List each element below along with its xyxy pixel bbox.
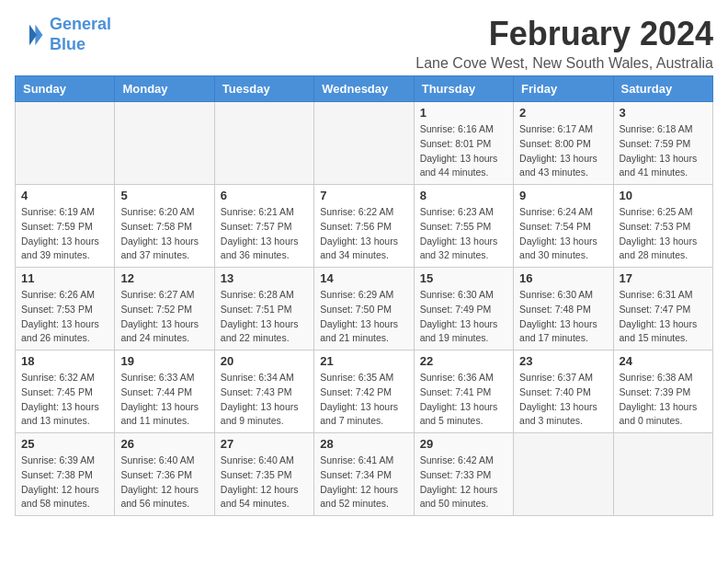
day-info: Sunrise: 6:22 AM Sunset: 7:56 PM Dayligh… — [320, 205, 407, 263]
calendar-cell: 16Sunrise: 6:30 AM Sunset: 7:48 PM Dayli… — [514, 268, 613, 350]
logo: General Blue — [15, 15, 111, 54]
week-row-1: 1Sunrise: 6:16 AM Sunset: 8:01 PM Daylig… — [16, 102, 713, 185]
calendar-cell: 14Sunrise: 6:29 AM Sunset: 7:50 PM Dayli… — [314, 268, 414, 350]
weekday-header-row: SundayMondayTuesdayWednesdayThursdayFrid… — [16, 76, 713, 102]
calendar-cell: 13Sunrise: 6:28 AM Sunset: 7:51 PM Dayli… — [214, 268, 313, 350]
calendar-table: SundayMondayTuesdayWednesdayThursdayFrid… — [15, 75, 713, 516]
day-info: Sunrise: 6:16 AM Sunset: 8:01 PM Dayligh… — [420, 122, 507, 180]
calendar-cell: 18Sunrise: 6:32 AM Sunset: 7:45 PM Dayli… — [16, 350, 115, 433]
logo-text: General Blue — [50, 15, 111, 54]
day-info: Sunrise: 6:25 AM Sunset: 7:53 PM Dayligh… — [620, 205, 707, 263]
week-row-3: 11Sunrise: 6:26 AM Sunset: 7:53 PM Dayli… — [16, 268, 713, 350]
calendar-cell: 10Sunrise: 6:25 AM Sunset: 7:53 PM Dayli… — [613, 185, 712, 268]
calendar-cell — [214, 102, 313, 185]
day-number: 23 — [519, 354, 607, 368]
day-info: Sunrise: 6:31 AM Sunset: 7:47 PM Dayligh… — [620, 288, 707, 346]
calendar-cell: 21Sunrise: 6:35 AM Sunset: 7:42 PM Dayli… — [314, 350, 414, 433]
day-number: 3 — [620, 106, 707, 120]
day-number: 1 — [420, 106, 507, 120]
calendar-cell: 6Sunrise: 6:21 AM Sunset: 7:57 PM Daylig… — [214, 185, 313, 268]
day-number: 28 — [320, 437, 407, 451]
logo-line1: General — [50, 15, 111, 33]
day-info: Sunrise: 6:35 AM Sunset: 7:42 PM Dayligh… — [320, 371, 407, 429]
week-row-5: 25Sunrise: 6:39 AM Sunset: 7:38 PM Dayli… — [16, 433, 713, 516]
day-info: Sunrise: 6:41 AM Sunset: 7:34 PM Dayligh… — [320, 454, 407, 511]
calendar-cell: 9Sunrise: 6:24 AM Sunset: 7:54 PM Daylig… — [514, 185, 613, 268]
day-info: Sunrise: 6:39 AM Sunset: 7:38 PM Dayligh… — [21, 454, 108, 511]
day-number: 26 — [120, 437, 208, 451]
day-number: 8 — [420, 189, 507, 202]
day-number: 24 — [620, 354, 707, 368]
day-info: Sunrise: 6:20 AM Sunset: 7:58 PM Dayligh… — [120, 205, 208, 263]
day-info: Sunrise: 6:30 AM Sunset: 7:48 PM Dayligh… — [519, 288, 607, 346]
day-info: Sunrise: 6:30 AM Sunset: 7:49 PM Dayligh… — [420, 288, 507, 346]
day-number: 7 — [320, 189, 407, 202]
day-number: 22 — [420, 354, 507, 368]
day-info: Sunrise: 6:18 AM Sunset: 7:59 PM Dayligh… — [620, 122, 707, 180]
day-number: 17 — [620, 271, 707, 285]
day-number: 15 — [420, 271, 507, 285]
weekday-header-thursday: Thursday — [414, 76, 513, 102]
page-header: General Blue February 2024 Lane Cove Wes… — [15, 15, 713, 72]
day-number: 13 — [221, 271, 308, 285]
weekday-header-wednesday: Wednesday — [314, 76, 414, 102]
day-info: Sunrise: 6:40 AM Sunset: 7:36 PM Dayligh… — [120, 454, 208, 511]
calendar-cell: 19Sunrise: 6:33 AM Sunset: 7:44 PM Dayli… — [115, 350, 214, 433]
day-info: Sunrise: 6:29 AM Sunset: 7:50 PM Dayligh… — [320, 288, 407, 346]
day-info: Sunrise: 6:19 AM Sunset: 7:59 PM Dayligh… — [21, 205, 108, 263]
day-info: Sunrise: 6:27 AM Sunset: 7:52 PM Dayligh… — [120, 288, 208, 346]
calendar-cell: 12Sunrise: 6:27 AM Sunset: 7:52 PM Dayli… — [115, 268, 214, 350]
day-info: Sunrise: 6:23 AM Sunset: 7:55 PM Dayligh… — [420, 205, 507, 263]
day-number: 25 — [21, 437, 108, 451]
calendar-cell: 28Sunrise: 6:41 AM Sunset: 7:34 PM Dayli… — [314, 433, 414, 516]
week-row-2: 4Sunrise: 6:19 AM Sunset: 7:59 PM Daylig… — [16, 185, 713, 268]
calendar-cell: 3Sunrise: 6:18 AM Sunset: 7:59 PM Daylig… — [613, 102, 712, 185]
day-number: 18 — [21, 354, 108, 368]
logo-line2: Blue — [50, 35, 85, 53]
day-info: Sunrise: 6:21 AM Sunset: 7:57 PM Dayligh… — [221, 205, 308, 263]
calendar-cell: 27Sunrise: 6:40 AM Sunset: 7:35 PM Dayli… — [214, 433, 313, 516]
calendar-cell: 5Sunrise: 6:20 AM Sunset: 7:58 PM Daylig… — [115, 185, 214, 268]
calendar-cell: 1Sunrise: 6:16 AM Sunset: 8:01 PM Daylig… — [414, 102, 513, 185]
day-number: 14 — [320, 271, 407, 285]
day-number: 9 — [519, 189, 607, 202]
day-info: Sunrise: 6:42 AM Sunset: 7:33 PM Dayligh… — [420, 454, 507, 511]
calendar-cell: 24Sunrise: 6:38 AM Sunset: 7:39 PM Dayli… — [613, 350, 712, 433]
week-row-4: 18Sunrise: 6:32 AM Sunset: 7:45 PM Dayli… — [16, 350, 713, 433]
calendar-cell: 15Sunrise: 6:30 AM Sunset: 7:49 PM Dayli… — [414, 268, 513, 350]
day-number: 27 — [221, 437, 308, 451]
day-number: 6 — [221, 189, 308, 202]
calendar-cell: 7Sunrise: 6:22 AM Sunset: 7:56 PM Daylig… — [314, 185, 414, 268]
weekday-header-saturday: Saturday — [613, 76, 712, 102]
weekday-header-tuesday: Tuesday — [214, 76, 313, 102]
day-info: Sunrise: 6:38 AM Sunset: 7:39 PM Dayligh… — [620, 371, 707, 429]
day-info: Sunrise: 6:26 AM Sunset: 7:53 PM Dayligh… — [21, 288, 108, 346]
day-info: Sunrise: 6:34 AM Sunset: 7:43 PM Dayligh… — [221, 371, 308, 429]
calendar-cell: 11Sunrise: 6:26 AM Sunset: 7:53 PM Dayli… — [16, 268, 115, 350]
day-number: 19 — [120, 354, 208, 368]
calendar-cell: 23Sunrise: 6:37 AM Sunset: 7:40 PM Dayli… — [514, 350, 613, 433]
calendar-cell — [613, 433, 712, 516]
month-title: February 2024 — [415, 15, 713, 53]
day-number: 21 — [320, 354, 407, 368]
weekday-header-sunday: Sunday — [16, 76, 115, 102]
day-info: Sunrise: 6:37 AM Sunset: 7:40 PM Dayligh… — [519, 371, 607, 429]
day-info: Sunrise: 6:32 AM Sunset: 7:45 PM Dayligh… — [21, 371, 108, 429]
calendar-cell: 29Sunrise: 6:42 AM Sunset: 7:33 PM Dayli… — [414, 433, 513, 516]
day-number: 12 — [120, 271, 208, 285]
calendar-cell — [514, 433, 613, 516]
calendar-cell: 20Sunrise: 6:34 AM Sunset: 7:43 PM Dayli… — [214, 350, 313, 433]
day-number: 11 — [21, 271, 108, 285]
calendar-cell: 26Sunrise: 6:40 AM Sunset: 7:36 PM Dayli… — [115, 433, 214, 516]
day-info: Sunrise: 6:40 AM Sunset: 7:35 PM Dayligh… — [221, 454, 308, 511]
weekday-header-monday: Monday — [115, 76, 214, 102]
day-number: 5 — [120, 189, 208, 202]
day-info: Sunrise: 6:36 AM Sunset: 7:41 PM Dayligh… — [420, 371, 507, 429]
calendar-cell: 17Sunrise: 6:31 AM Sunset: 7:47 PM Dayli… — [613, 268, 712, 350]
calendar-cell — [115, 102, 214, 185]
day-info: Sunrise: 6:33 AM Sunset: 7:44 PM Dayligh… — [120, 371, 208, 429]
logo-icon — [15, 20, 44, 50]
day-number: 29 — [420, 437, 507, 451]
day-info: Sunrise: 6:24 AM Sunset: 7:54 PM Dayligh… — [519, 205, 607, 263]
title-area: February 2024 Lane Cove West, New South … — [415, 15, 713, 72]
